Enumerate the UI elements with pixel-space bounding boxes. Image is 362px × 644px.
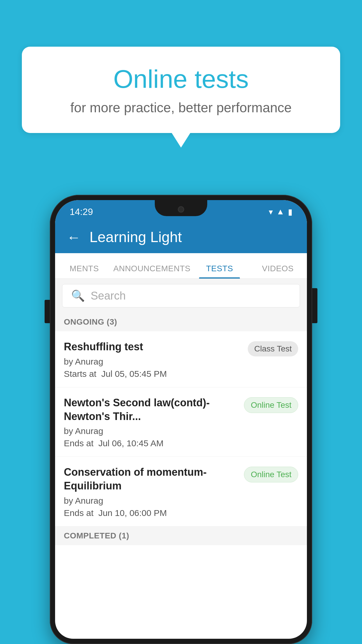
tab-announcements[interactable]: ANNOUNCEMENTS [113, 264, 191, 279]
battery-icon: ▮ [288, 207, 292, 217]
bubble-subtitle: for more practice, better performance [45, 100, 317, 116]
phone-wrapper: 14:29 ▾ ▲ ▮ ← Learning Light MENTS ANNOU… [50, 195, 312, 644]
test-author-1: by Anurag [64, 357, 242, 367]
test-item-3[interactable]: Conservation of momentum-Equilibrium by … [55, 457, 307, 526]
tab-videos[interactable]: VIDEOS [249, 264, 307, 279]
ongoing-section-header: ONGOING (3) [55, 313, 307, 331]
app-title: Learning Light [89, 229, 182, 246]
back-button[interactable]: ← [67, 229, 81, 245]
status-icons: ▾ ▲ ▮ [269, 207, 292, 217]
phone-notch [155, 200, 207, 216]
front-camera [178, 206, 184, 213]
wifi-icon: ▾ [269, 207, 273, 217]
completed-section-header: COMPLETED (1) [55, 526, 307, 545]
test-name-2: Newton's Second law(contd)-Newton's Thir… [64, 396, 238, 424]
tab-tests[interactable]: TESTS [190, 264, 249, 279]
search-icon: 🔍 [71, 289, 85, 302]
test-info-1: Reshuffling test by Anurag Starts at Jul… [64, 340, 242, 379]
search-placeholder: Search [91, 290, 126, 302]
test-badge-2: Online Test [244, 397, 298, 413]
tabs-bar: MENTS ANNOUNCEMENTS TESTS VIDEOS [55, 253, 307, 279]
test-time-1: Starts at Jul 05, 05:45 PM [64, 369, 242, 379]
test-name-1: Reshuffling test [64, 340, 242, 354]
bubble-title: Online tests [45, 64, 317, 94]
test-author-2: by Anurag [64, 426, 238, 436]
app-bar: ← Learning Light [55, 221, 307, 253]
status-time: 14:29 [70, 206, 93, 217]
tab-ments[interactable]: MENTS [55, 264, 113, 279]
search-container: 🔍 Search [55, 279, 307, 313]
phone-outer: 14:29 ▾ ▲ ▮ ← Learning Light MENTS ANNOU… [50, 195, 312, 644]
test-time-3: Ends at Jun 10, 06:00 PM [64, 508, 238, 518]
speech-bubble: Online tests for more practice, better p… [22, 47, 340, 133]
test-badge-1: Class Test [248, 341, 298, 356]
test-name-3: Conservation of momentum-Equilibrium [64, 466, 238, 493]
test-info-2: Newton's Second law(contd)-Newton's Thir… [64, 396, 238, 449]
test-item-1[interactable]: Reshuffling test by Anurag Starts at Jul… [55, 331, 307, 387]
test-author-3: by Anurag [64, 496, 238, 506]
test-time-2: Ends at Jul 06, 10:45 AM [64, 438, 238, 448]
search-bar[interactable]: 🔍 Search [62, 284, 300, 307]
test-list: Reshuffling test by Anurag Starts at Jul… [55, 331, 307, 526]
test-badge-3: Online Test [244, 467, 298, 482]
test-item-2[interactable]: Newton's Second law(contd)-Newton's Thir… [55, 387, 307, 457]
phone-screen: 14:29 ▾ ▲ ▮ ← Learning Light MENTS ANNOU… [55, 200, 307, 639]
signal-icon: ▲ [276, 207, 284, 216]
test-info-3: Conservation of momentum-Equilibrium by … [64, 466, 238, 518]
